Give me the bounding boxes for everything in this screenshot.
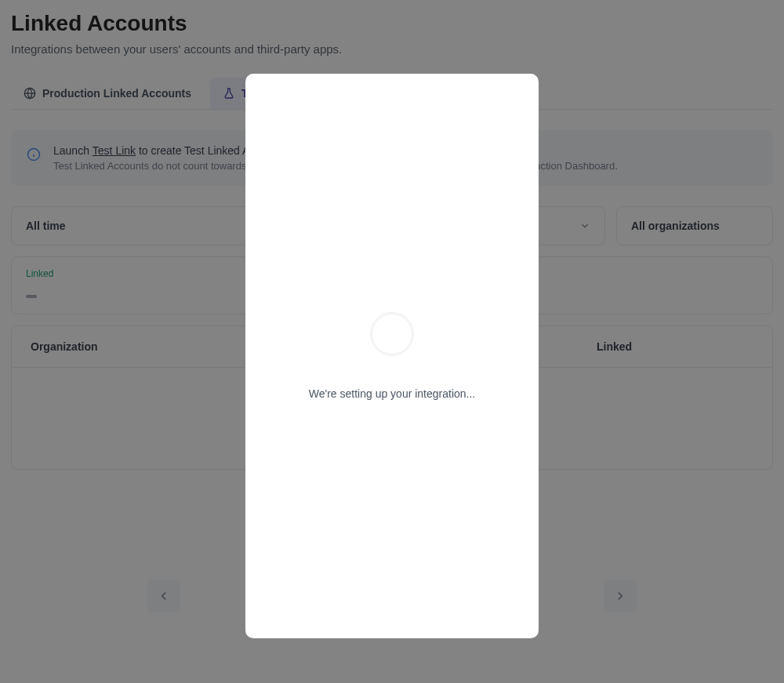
integration-modal: We're setting up your integration... [245,74,539,638]
modal-overlay[interactable]: We're setting up your integration... [0,0,784,683]
modal-message: We're setting up your integration... [309,387,476,400]
loading-spinner-icon [370,312,414,356]
